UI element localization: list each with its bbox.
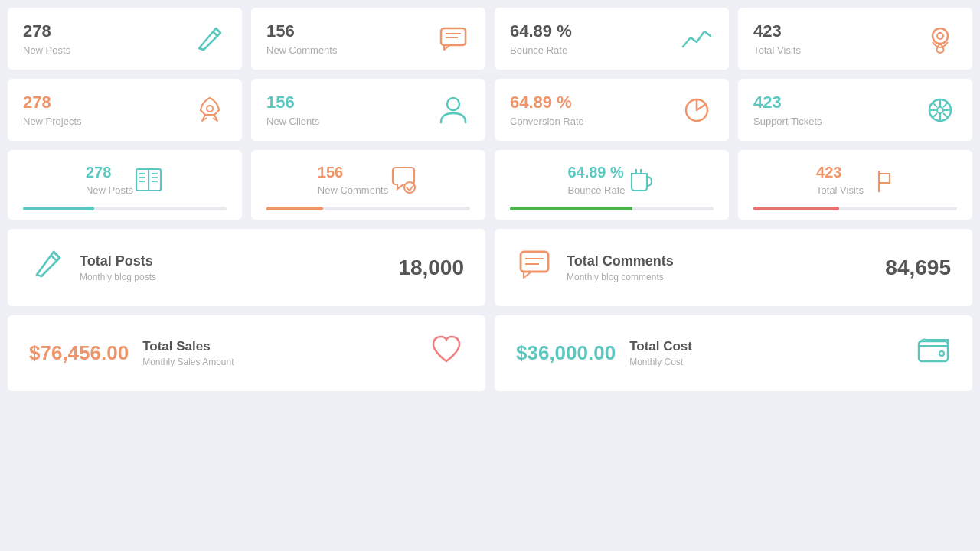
- wallet-icon: [916, 332, 951, 374]
- total-sales-text: Total Sales Monthly Sales Amount: [142, 339, 234, 367]
- svg-line-18: [933, 113, 937, 118]
- total-cost-sub: Monthly Cost: [629, 357, 692, 367]
- new-posts-progress-top: 278 New Posts: [86, 164, 164, 196]
- pie-chart-icon: [680, 93, 714, 127]
- location-pin-icon: [923, 22, 957, 56]
- new-comments-p-label: New Comments: [318, 184, 388, 196]
- total-visits-progress-bar-fill: [753, 207, 839, 210]
- svg-point-36: [939, 351, 944, 356]
- new-comments-label: New Comments: [266, 44, 337, 56]
- total-posts-wide-sub: Monthly blog posts: [80, 272, 156, 282]
- svg-point-10: [937, 107, 943, 113]
- svg-point-4: [933, 28, 948, 44]
- total-cost-text: Total Cost Monthly Cost: [629, 339, 692, 367]
- total-comments-wide-number: 84,695: [885, 256, 951, 280]
- chat-bubble-icon: [436, 22, 470, 56]
- total-posts-wide-text: Total Posts Monthly blog posts: [80, 253, 156, 282]
- book-icon: [133, 165, 164, 195]
- total-comments-wide-card: Total Comments Monthly blog comments 84,…: [495, 229, 972, 306]
- total-sales-title: Total Sales: [142, 339, 234, 354]
- new-posts-progress-card: 278 New Posts: [8, 150, 242, 220]
- new-projects-number: 278: [23, 93, 82, 112]
- total-visits-progress-card: 423 Total Visits: [738, 150, 972, 220]
- svg-line-0: [213, 31, 217, 36]
- conversion-rate-number: 64.89 %: [510, 93, 584, 112]
- new-projects-card: 278 New Projects: [8, 79, 242, 141]
- new-comments-p-number: 156: [318, 164, 388, 181]
- chat-progress-icon: [388, 165, 419, 195]
- total-cost-amount: $36,000.00: [516, 341, 616, 365]
- total-sales-left: $76,456.00 Total Sales Monthly Sales Amo…: [29, 339, 234, 367]
- new-comments-progress-bar-bg: [266, 207, 470, 210]
- svg-line-17: [943, 103, 948, 107]
- total-visits-progress-top: 423 Total Visits: [816, 164, 894, 196]
- svg-point-5: [937, 33, 943, 39]
- svg-rect-32: [521, 252, 548, 272]
- total-visits-number: 423: [753, 21, 801, 41]
- total-posts-wide-title: Total Posts: [80, 253, 156, 269]
- rocket-icon: [193, 93, 227, 127]
- new-comments-progress-bar-fill: [266, 207, 323, 210]
- bounce-rate-number: 64.89 %: [510, 21, 572, 41]
- bounce-rate-card: 64.89 % Bounce Rate: [495, 8, 729, 70]
- total-visits-progress-text: 423 Total Visits: [816, 164, 864, 196]
- bounce-rate-progress-card: 64.89 % Bounce Rate: [495, 150, 729, 220]
- bounce-rate-p-label: Bounce Rate: [567, 184, 625, 196]
- total-visits-p-number: 423: [816, 164, 864, 181]
- pencil-icon: [193, 22, 227, 56]
- total-cost-left: $36,000.00 Total Cost Monthly Cost: [516, 339, 692, 367]
- new-posts-progress-bar-bg: [23, 207, 227, 210]
- svg-line-16: [943, 113, 948, 118]
- new-posts-number: 278: [23, 21, 70, 41]
- total-comments-wide-sub: Monthly blog comments: [567, 272, 674, 282]
- total-cost-title: Total Cost: [629, 339, 692, 354]
- svg-line-31: [51, 255, 57, 261]
- support-tickets-text: 423 Support Tickets: [753, 93, 822, 127]
- new-comments-progress-top: 156 New Comments: [318, 164, 419, 196]
- support-tickets-card: 423 Support Tickets: [738, 79, 972, 141]
- bounce-rate-progress-bar-fill: [510, 207, 632, 210]
- total-sales-amount: $76,456.00: [29, 341, 129, 365]
- stats-row-3: 278 New Posts 15: [8, 150, 972, 220]
- total-comments-wide-title: Total Comments: [567, 253, 674, 269]
- total-visits-label: Total Visits: [753, 44, 801, 56]
- bounce-rate-progress-top: 64.89 % Bounce Rate: [567, 164, 655, 196]
- total-comments-wide-left: Total Comments Monthly blog comments: [516, 246, 674, 289]
- total-visits-progress-bar-bg: [753, 207, 957, 210]
- svg-line-15: [933, 103, 937, 107]
- total-visits-p-label: Total Visits: [816, 184, 864, 196]
- total-sales-card: $76,456.00 Total Sales Monthly Sales Amo…: [8, 315, 485, 391]
- conversion-rate-label: Conversion Rate: [510, 116, 584, 127]
- total-posts-wide-left: Total Posts Monthly blog posts: [29, 246, 156, 289]
- new-posts-progress-bar-fill: [23, 207, 94, 210]
- user-icon: [436, 93, 470, 127]
- new-posts-p-label: New Posts: [86, 184, 133, 196]
- new-projects-text: 278 New Projects: [23, 93, 82, 127]
- bounce-rate-p-number: 64.89 %: [567, 164, 625, 181]
- heart-icon: [429, 332, 464, 374]
- sign-icon: [864, 165, 894, 195]
- comment-wide-icon: [516, 246, 553, 289]
- svg-point-7: [447, 98, 459, 110]
- new-comments-number: 156: [266, 21, 337, 41]
- new-comments-card: 156 New Comments: [251, 8, 485, 70]
- total-visits-card: 423 Total Visits: [738, 8, 972, 70]
- conversion-rate-card: 64.89 % Conversion Rate: [495, 79, 729, 141]
- new-posts-card: 278 New Posts: [8, 8, 242, 70]
- bounce-rate-progress-text: 64.89 % Bounce Rate: [567, 164, 625, 196]
- financial-row: $76,456.00 Total Sales Monthly Sales Amo…: [8, 315, 972, 391]
- stats-row-1: 278 New Posts 156 New Comments: [8, 8, 972, 70]
- new-clients-number: 156: [266, 93, 319, 112]
- total-sales-sub: Monthly Sales Amount: [142, 357, 234, 367]
- stats-row-2: 278 New Projects 156 New Clients 64.89 %: [8, 79, 972, 141]
- new-clients-text: 156 New Clients: [266, 93, 319, 127]
- pencil-wide-icon: [29, 246, 66, 289]
- conversion-rate-text: 64.89 % Conversion Rate: [510, 93, 584, 127]
- svg-point-6: [207, 106, 213, 112]
- new-comments-progress-card: 156 New Comments: [251, 150, 485, 220]
- bounce-rate-progress-bar-bg: [510, 207, 714, 210]
- new-comments-progress-text: 156 New Comments: [318, 164, 388, 196]
- bounce-rate-text: 64.89 % Bounce Rate: [510, 21, 572, 56]
- new-comments-text: 156 New Comments: [266, 21, 337, 56]
- new-posts-p-number: 278: [86, 164, 133, 181]
